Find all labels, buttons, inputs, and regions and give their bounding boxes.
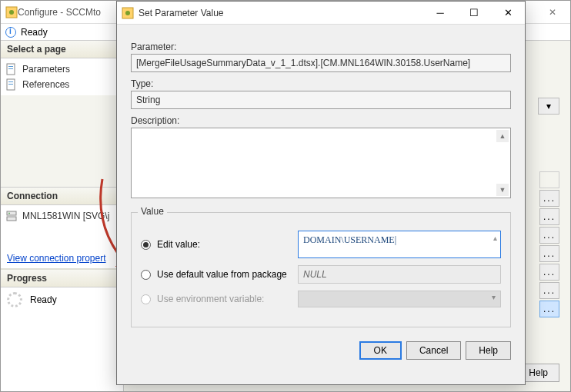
grid-ellipsis-button[interactable]: ... [539,190,559,207]
edit-value-input[interactable]: DOMAIN\USERNAME| [298,231,501,258]
cancel-button[interactable]: Cancel [406,341,461,360]
dialog-close-button[interactable]: ✕ [491,2,525,24]
app-icon [5,6,18,18]
script-dropdown[interactable]: ▾ [538,98,559,115]
grid-ellipsis-button-selected[interactable]: ... [539,301,559,317]
description-field[interactable]: ▲ ▼ [131,128,511,198]
ready-label: Ready [21,27,48,38]
svg-rect-7 [8,84,13,85]
grid-header-cell [539,171,559,188]
grid-ellipsis-button[interactable]: ... [539,282,559,299]
value-group-label: Value [138,206,167,217]
progress-spinner-icon [7,292,22,307]
parent-close-button[interactable]: ✕ [535,1,570,23]
grid-ellipsis-button[interactable]: ... [539,227,559,244]
parameter-label: Parameter: [131,42,511,52]
connection-item: MNL1581WIN [SVG\j [5,208,119,224]
help-button[interactable]: Help [466,341,511,360]
svg-rect-3 [8,66,13,67]
set-parameter-dialog: Set Parameter Value ─ ☐ ✕ Parameter: Typ… [116,1,526,385]
view-connection-properties-link[interactable]: View connection propert [1,248,123,268]
grid-rows: ... ... ... ... ... ... ... [539,171,559,317]
env-var-label: Use environment variable: [157,294,264,304]
svg-rect-9 [7,217,16,221]
svg-rect-8 [7,211,16,215]
connection-header: Connection [1,188,123,205]
default-value-field: NULL [298,265,501,284]
info-icon [5,27,16,38]
env-var-dropdown [298,291,501,307]
dialog-titlebar: Set Parameter Value ─ ☐ ✕ [117,2,525,25]
env-var-radio [141,294,151,304]
server-icon [5,210,18,222]
dialog-minimize-button[interactable]: ─ [423,2,457,24]
progress-header: Progress [1,270,123,287]
default-value-radio[interactable] [141,270,151,280]
type-label: Type: [131,78,511,89]
sidebar-item-label: Parameters [22,64,70,75]
page-icon [5,63,18,75]
grid-ellipsis-button[interactable]: ... [539,264,559,281]
svg-point-10 [8,213,10,214]
grid-ellipsis-button[interactable]: ... [539,208,559,225]
parameter-field [131,54,511,72]
sidebar-item-parameters[interactable]: Parameters [5,61,119,77]
sidebar-item-label: References [22,79,69,90]
page-icon [5,78,18,91]
description-label: Description: [131,115,511,126]
edit-value-row: Edit value: DOMAIN\USERNAME| [141,231,501,258]
svg-point-1 [9,10,14,15]
dialog-icon [122,7,134,19]
dialog-title: Set Parameter Value [139,8,224,18]
connection-value: MNL1581WIN [SVG\j [22,211,109,221]
env-var-row: Use environment variable: [141,291,501,307]
parent-window-title: Configure - SCCMto [18,7,101,18]
scroll-up-icon[interactable]: ▲ [496,130,509,142]
scroll-down-icon[interactable]: ▼ [496,184,509,196]
dialog-maximize-button[interactable]: ☐ [457,2,491,24]
grid-ellipsis-button[interactable]: ... [539,245,559,262]
svg-rect-4 [8,68,13,69]
default-value-label: Use default value from package [157,269,287,280]
select-page-header: Select a page [1,41,123,58]
ok-button[interactable]: OK [359,341,402,360]
svg-point-12 [125,11,130,15]
edit-value-text: DOMAIN\USERNAME [303,234,395,246]
sidebar: Select a page Parameters References Conn… [1,41,124,391]
value-group: Value Edit value: DOMAIN\USERNAME| Use d… [131,212,511,327]
default-value-row: Use default value from package NULL [141,265,501,284]
svg-rect-6 [8,81,13,82]
progress-value: Ready [30,294,57,305]
edit-value-label: Edit value: [157,239,200,250]
type-field [131,91,511,109]
sidebar-item-references[interactable]: References [5,77,119,92]
edit-value-radio[interactable] [141,240,151,250]
